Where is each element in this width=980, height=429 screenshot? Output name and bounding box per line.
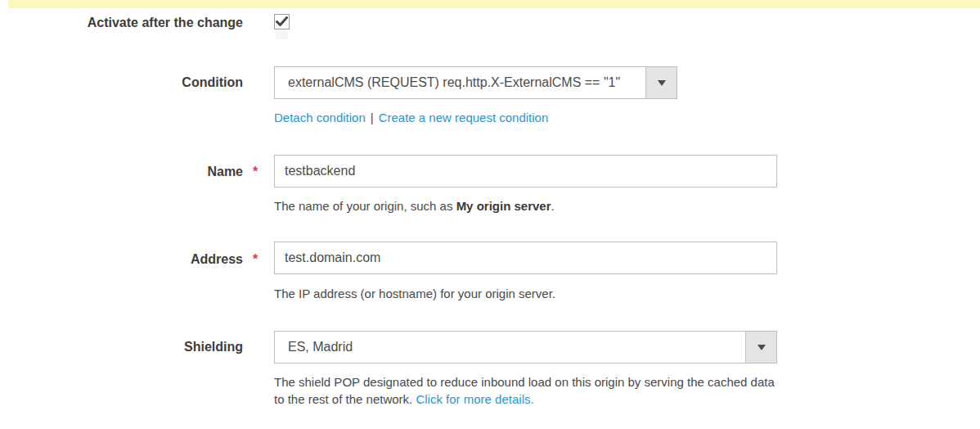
name-help-suffix: .: [551, 199, 555, 213]
shielding-selected-value: ES, Madrid: [288, 332, 353, 363]
condition-dropdown-button[interactable]: [645, 67, 677, 98]
condition-selected-value: externalCMS (REQUEST) req.http.X-Externa…: [288, 67, 620, 98]
name-help-text: The name of your origin, such as My orig…: [274, 197, 555, 214]
address-label: Address: [0, 251, 243, 268]
name-input[interactable]: [274, 155, 777, 187]
shielding-details-link[interactable]: Click for more details.: [416, 392, 533, 406]
shielding-label: Shielding: [0, 339, 243, 355]
activate-label: Activate after the change: [0, 15, 243, 31]
shielding-select[interactable]: ES, Madrid: [274, 331, 777, 364]
address-input[interactable]: [274, 242, 777, 274]
condition-links: Detach condition|Create a new request co…: [274, 110, 548, 126]
chevron-down-icon: [658, 80, 666, 86]
condition-select[interactable]: externalCMS (REQUEST) req.http.X-Externa…: [274, 66, 677, 99]
shielding-help-text: The shield POP designated to reduce inbo…: [274, 373, 781, 408]
chevron-down-icon: [757, 345, 766, 350]
address-help-text: The IP address (or hostname) for your or…: [274, 285, 555, 302]
notice-bar: [8, 0, 980, 8]
name-label: Name: [0, 164, 243, 180]
checkmark-icon: [276, 16, 288, 27]
name-help-prefix: The name of your origin, such as: [274, 199, 456, 213]
name-help-bold: My origin server: [456, 199, 551, 213]
shielding-dropdown-button[interactable]: [745, 332, 776, 363]
link-separator: |: [366, 111, 379, 124]
activate-checkbox[interactable]: [274, 14, 290, 29]
name-required-marker: *: [253, 164, 258, 180]
address-required-marker: *: [253, 251, 258, 268]
condition-label: Condition: [0, 75, 243, 91]
create-request-condition-link[interactable]: Create a new request condition: [379, 111, 549, 124]
origin-settings-page: Activate after the change Condition exte…: [0, 0, 980, 429]
checkbox-shadow: [276, 31, 288, 39]
detach-condition-link[interactable]: Detach condition: [274, 111, 366, 124]
